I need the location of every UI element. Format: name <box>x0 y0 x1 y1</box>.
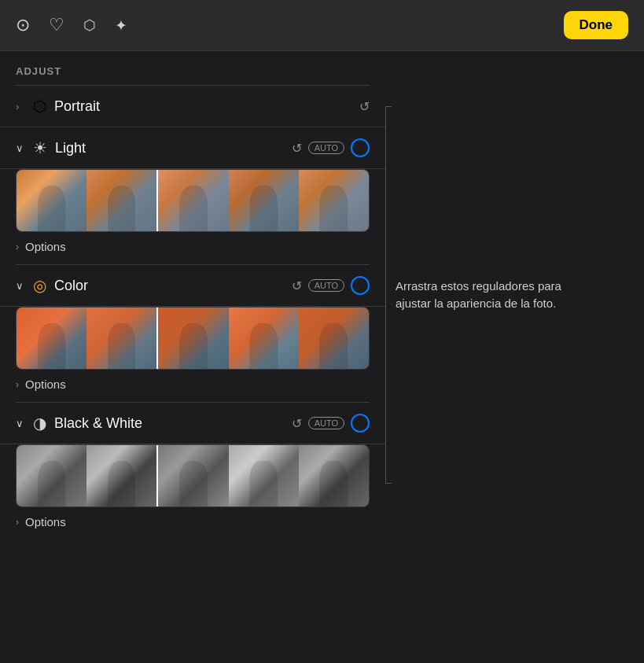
light-thumb-4[interactable] <box>229 170 299 231</box>
color-thumb-2[interactable] <box>86 308 156 369</box>
more-icon[interactable]: ⊙ <box>16 17 30 34</box>
portrait-icon: ⬡ <box>33 97 46 116</box>
light-controls: ↺ AUTO <box>292 138 370 157</box>
portrait-revert-icon[interactable]: ↺ <box>359 99 370 114</box>
color-options-label: Options <box>25 378 66 391</box>
color-thumb-5[interactable] <box>299 308 369 369</box>
portrait-row[interactable]: › ⬡ Portrait ↺ <box>0 86 385 127</box>
bw-revert-icon[interactable]: ↺ <box>292 416 302 431</box>
color-label: Color <box>54 278 292 294</box>
bw-controls: ↺ AUTO <box>292 414 370 433</box>
bw-options-row[interactable]: › Options <box>0 507 385 540</box>
light-options-row[interactable]: › Options <box>0 232 385 264</box>
bw-row[interactable]: ∨ ◑ Black & White ↺ AUTO <box>0 403 385 444</box>
light-thumbnail-strip[interactable] <box>16 169 370 232</box>
light-thumb-3[interactable] <box>158 170 228 231</box>
color-thumb-1[interactable] <box>17 308 86 369</box>
light-options-label: Options <box>25 240 66 253</box>
color-auto-badge[interactable]: AUTO <box>308 279 344 292</box>
bw-auto-badge[interactable]: AUTO <box>308 417 344 429</box>
color-thumbnail-strip[interactable] <box>16 307 370 370</box>
adjust-panel: ADJUST › ⬡ Portrait ↺ ∨ ☀ Light ↺ AUTO <box>0 51 385 663</box>
color-toggle[interactable] <box>351 276 370 295</box>
color-thumb-3[interactable] <box>158 308 228 369</box>
color-revert-icon[interactable]: ↺ <box>292 278 302 293</box>
toolbar: ⊙ ♡ ⬡ ✦ Done <box>0 0 644 51</box>
color-controls: ↺ AUTO <box>292 276 370 295</box>
color-icon: ◎ <box>33 276 46 295</box>
bw-label: Black & White <box>54 415 292 432</box>
light-thumb-1[interactable] <box>17 170 86 231</box>
light-options-chevron: › <box>16 241 19 252</box>
annotation-bracket: Arrastra estos reguladores para ajustar … <box>385 98 569 492</box>
color-chevron: ∨ <box>16 280 25 292</box>
section-title: ADJUST <box>0 51 385 85</box>
portrait-controls: ↺ <box>359 99 370 114</box>
portrait-label: Portrait <box>54 98 359 115</box>
bw-toggle[interactable] <box>351 414 370 433</box>
light-thumb-2[interactable] <box>86 170 156 231</box>
color-options-row[interactable]: › Options <box>0 370 385 402</box>
light-thumb-5[interactable] <box>299 170 369 231</box>
light-toggle[interactable] <box>351 138 370 157</box>
bw-chevron: ∨ <box>16 418 25 429</box>
annotation-text: Arrastra estos reguladores para ajustar … <box>396 278 569 313</box>
bw-options-chevron: › <box>16 517 19 528</box>
done-button[interactable]: Done <box>564 11 629 39</box>
light-label: Light <box>55 140 292 157</box>
color-thumb-4[interactable] <box>229 308 299 369</box>
bw-thumb-4[interactable] <box>229 445 299 506</box>
light-auto-badge[interactable]: AUTO <box>308 142 344 154</box>
light-revert-icon[interactable]: ↺ <box>292 141 302 156</box>
bw-thumbnail-strip[interactable] <box>16 444 370 507</box>
color-options-chevron: › <box>16 379 19 390</box>
light-icon: ☀ <box>33 138 47 157</box>
color-row[interactable]: ∨ ◎ Color ↺ AUTO <box>0 265 385 307</box>
main-content: ADJUST › ⬡ Portrait ↺ ∨ ☀ Light ↺ AUTO <box>0 51 644 663</box>
bw-options-label: Options <box>25 515 66 529</box>
copy-icon[interactable]: ⬡ <box>83 18 96 32</box>
bw-thumb-5[interactable] <box>299 445 369 506</box>
magic-icon[interactable]: ✦ <box>115 18 127 33</box>
bw-icon: ◑ <box>33 414 46 433</box>
bracket-line <box>385 106 386 484</box>
bw-thumb-1[interactable] <box>17 445 86 506</box>
bw-thumb-3[interactable] <box>158 445 228 506</box>
light-chevron: ∨ <box>16 142 25 154</box>
light-row[interactable]: ∨ ☀ Light ↺ AUTO <box>0 127 385 169</box>
right-panel: Arrastra estos reguladores para ajustar … <box>385 51 644 663</box>
bw-thumb-2[interactable] <box>86 445 156 506</box>
heart-icon[interactable]: ♡ <box>49 17 64 34</box>
portrait-chevron: › <box>16 101 25 112</box>
